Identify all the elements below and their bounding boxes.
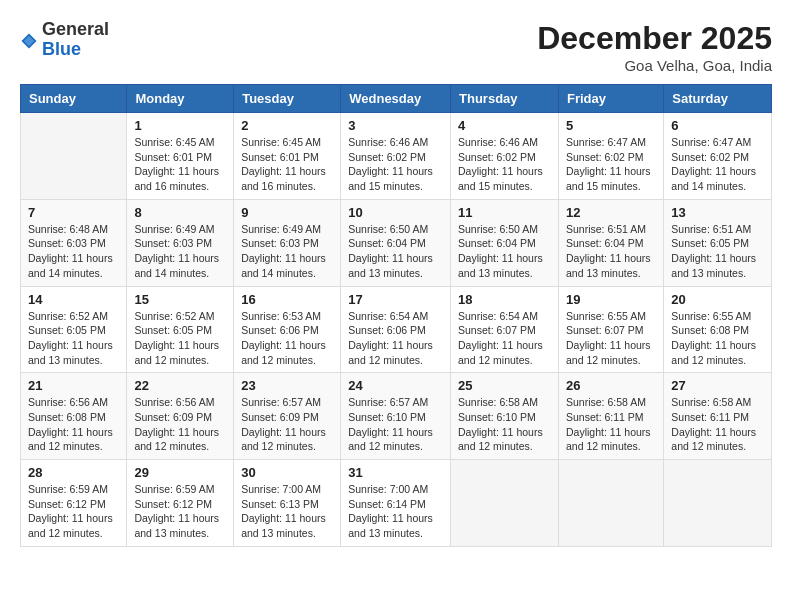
- calendar-cell: [451, 460, 559, 547]
- calendar-week-2: 7Sunrise: 6:48 AMSunset: 6:03 PMDaylight…: [21, 199, 772, 286]
- day-number: 28: [28, 465, 119, 480]
- day-info: Sunrise: 6:52 AMSunset: 6:05 PMDaylight:…: [134, 309, 226, 368]
- day-info: Sunrise: 6:55 AMSunset: 6:08 PMDaylight:…: [671, 309, 764, 368]
- day-number: 19: [566, 292, 656, 307]
- day-info: Sunrise: 6:58 AMSunset: 6:11 PMDaylight:…: [671, 395, 764, 454]
- day-number: 11: [458, 205, 551, 220]
- day-info: Sunrise: 6:59 AMSunset: 6:12 PMDaylight:…: [134, 482, 226, 541]
- day-number: 22: [134, 378, 226, 393]
- day-number: 18: [458, 292, 551, 307]
- col-monday: Monday: [127, 85, 234, 113]
- day-info: Sunrise: 6:53 AMSunset: 6:06 PMDaylight:…: [241, 309, 333, 368]
- col-sunday: Sunday: [21, 85, 127, 113]
- day-number: 3: [348, 118, 443, 133]
- day-number: 26: [566, 378, 656, 393]
- logo-general-text: General: [42, 20, 109, 40]
- calendar-cell: 26Sunrise: 6:58 AMSunset: 6:11 PMDayligh…: [558, 373, 663, 460]
- day-info: Sunrise: 6:55 AMSunset: 6:07 PMDaylight:…: [566, 309, 656, 368]
- day-number: 12: [566, 205, 656, 220]
- calendar-cell: 5Sunrise: 6:47 AMSunset: 6:02 PMDaylight…: [558, 113, 663, 200]
- calendar-week-3: 14Sunrise: 6:52 AMSunset: 6:05 PMDayligh…: [21, 286, 772, 373]
- col-tuesday: Tuesday: [234, 85, 341, 113]
- calendar-cell: 27Sunrise: 6:58 AMSunset: 6:11 PMDayligh…: [664, 373, 772, 460]
- day-info: Sunrise: 6:47 AMSunset: 6:02 PMDaylight:…: [671, 135, 764, 194]
- day-number: 30: [241, 465, 333, 480]
- day-info: Sunrise: 6:51 AMSunset: 6:05 PMDaylight:…: [671, 222, 764, 281]
- day-number: 7: [28, 205, 119, 220]
- day-info: Sunrise: 6:51 AMSunset: 6:04 PMDaylight:…: [566, 222, 656, 281]
- calendar-cell: 15Sunrise: 6:52 AMSunset: 6:05 PMDayligh…: [127, 286, 234, 373]
- calendar-cell: 21Sunrise: 6:56 AMSunset: 6:08 PMDayligh…: [21, 373, 127, 460]
- day-number: 1: [134, 118, 226, 133]
- col-wednesday: Wednesday: [341, 85, 451, 113]
- calendar-cell: 24Sunrise: 6:57 AMSunset: 6:10 PMDayligh…: [341, 373, 451, 460]
- logo: General Blue: [20, 20, 109, 60]
- calendar-cell: 30Sunrise: 7:00 AMSunset: 6:13 PMDayligh…: [234, 460, 341, 547]
- day-info: Sunrise: 6:56 AMSunset: 6:08 PMDaylight:…: [28, 395, 119, 454]
- day-info: Sunrise: 6:49 AMSunset: 6:03 PMDaylight:…: [134, 222, 226, 281]
- calendar-week-4: 21Sunrise: 6:56 AMSunset: 6:08 PMDayligh…: [21, 373, 772, 460]
- calendar-cell: 28Sunrise: 6:59 AMSunset: 6:12 PMDayligh…: [21, 460, 127, 547]
- calendar-header-row: Sunday Monday Tuesday Wednesday Thursday…: [21, 85, 772, 113]
- location-subtitle: Goa Velha, Goa, India: [537, 57, 772, 74]
- day-info: Sunrise: 6:54 AMSunset: 6:07 PMDaylight:…: [458, 309, 551, 368]
- col-thursday: Thursday: [451, 85, 559, 113]
- calendar-cell: 13Sunrise: 6:51 AMSunset: 6:05 PMDayligh…: [664, 199, 772, 286]
- logo-icon: [20, 32, 38, 50]
- day-info: Sunrise: 7:00 AMSunset: 6:13 PMDaylight:…: [241, 482, 333, 541]
- day-number: 16: [241, 292, 333, 307]
- calendar-cell: 22Sunrise: 6:56 AMSunset: 6:09 PMDayligh…: [127, 373, 234, 460]
- day-number: 6: [671, 118, 764, 133]
- day-number: 23: [241, 378, 333, 393]
- calendar-cell: 3Sunrise: 6:46 AMSunset: 6:02 PMDaylight…: [341, 113, 451, 200]
- day-info: Sunrise: 6:58 AMSunset: 6:11 PMDaylight:…: [566, 395, 656, 454]
- calendar-cell: 1Sunrise: 6:45 AMSunset: 6:01 PMDaylight…: [127, 113, 234, 200]
- calendar-cell: 14Sunrise: 6:52 AMSunset: 6:05 PMDayligh…: [21, 286, 127, 373]
- col-saturday: Saturday: [664, 85, 772, 113]
- calendar-cell: 12Sunrise: 6:51 AMSunset: 6:04 PMDayligh…: [558, 199, 663, 286]
- day-info: Sunrise: 6:45 AMSunset: 6:01 PMDaylight:…: [241, 135, 333, 194]
- day-info: Sunrise: 6:59 AMSunset: 6:12 PMDaylight:…: [28, 482, 119, 541]
- page-header: General Blue December 2025 Goa Velha, Go…: [20, 20, 772, 74]
- calendar-week-5: 28Sunrise: 6:59 AMSunset: 6:12 PMDayligh…: [21, 460, 772, 547]
- day-info: Sunrise: 6:46 AMSunset: 6:02 PMDaylight:…: [458, 135, 551, 194]
- day-number: 2: [241, 118, 333, 133]
- day-number: 20: [671, 292, 764, 307]
- day-number: 13: [671, 205, 764, 220]
- day-info: Sunrise: 6:49 AMSunset: 6:03 PMDaylight:…: [241, 222, 333, 281]
- day-number: 31: [348, 465, 443, 480]
- day-number: 9: [241, 205, 333, 220]
- day-number: 15: [134, 292, 226, 307]
- day-number: 29: [134, 465, 226, 480]
- calendar-cell: 25Sunrise: 6:58 AMSunset: 6:10 PMDayligh…: [451, 373, 559, 460]
- day-info: Sunrise: 6:58 AMSunset: 6:10 PMDaylight:…: [458, 395, 551, 454]
- calendar-cell: [664, 460, 772, 547]
- title-block: December 2025 Goa Velha, Goa, India: [537, 20, 772, 74]
- day-info: Sunrise: 6:57 AMSunset: 6:10 PMDaylight:…: [348, 395, 443, 454]
- day-info: Sunrise: 6:46 AMSunset: 6:02 PMDaylight:…: [348, 135, 443, 194]
- day-info: Sunrise: 6:57 AMSunset: 6:09 PMDaylight:…: [241, 395, 333, 454]
- day-info: Sunrise: 6:56 AMSunset: 6:09 PMDaylight:…: [134, 395, 226, 454]
- day-number: 5: [566, 118, 656, 133]
- calendar-cell: 6Sunrise: 6:47 AMSunset: 6:02 PMDaylight…: [664, 113, 772, 200]
- calendar-cell: 8Sunrise: 6:49 AMSunset: 6:03 PMDaylight…: [127, 199, 234, 286]
- day-number: 24: [348, 378, 443, 393]
- day-number: 8: [134, 205, 226, 220]
- day-info: Sunrise: 6:54 AMSunset: 6:06 PMDaylight:…: [348, 309, 443, 368]
- day-number: 21: [28, 378, 119, 393]
- calendar-week-1: 1Sunrise: 6:45 AMSunset: 6:01 PMDaylight…: [21, 113, 772, 200]
- day-number: 27: [671, 378, 764, 393]
- day-info: Sunrise: 6:52 AMSunset: 6:05 PMDaylight:…: [28, 309, 119, 368]
- day-info: Sunrise: 6:47 AMSunset: 6:02 PMDaylight:…: [566, 135, 656, 194]
- calendar-cell: 20Sunrise: 6:55 AMSunset: 6:08 PMDayligh…: [664, 286, 772, 373]
- calendar-cell: 10Sunrise: 6:50 AMSunset: 6:04 PMDayligh…: [341, 199, 451, 286]
- day-info: Sunrise: 6:50 AMSunset: 6:04 PMDaylight:…: [348, 222, 443, 281]
- month-title: December 2025: [537, 20, 772, 57]
- col-friday: Friday: [558, 85, 663, 113]
- day-info: Sunrise: 6:48 AMSunset: 6:03 PMDaylight:…: [28, 222, 119, 281]
- calendar-cell: 9Sunrise: 6:49 AMSunset: 6:03 PMDaylight…: [234, 199, 341, 286]
- calendar-cell: 23Sunrise: 6:57 AMSunset: 6:09 PMDayligh…: [234, 373, 341, 460]
- calendar-cell: 17Sunrise: 6:54 AMSunset: 6:06 PMDayligh…: [341, 286, 451, 373]
- day-number: 14: [28, 292, 119, 307]
- logo-text: General Blue: [42, 20, 109, 60]
